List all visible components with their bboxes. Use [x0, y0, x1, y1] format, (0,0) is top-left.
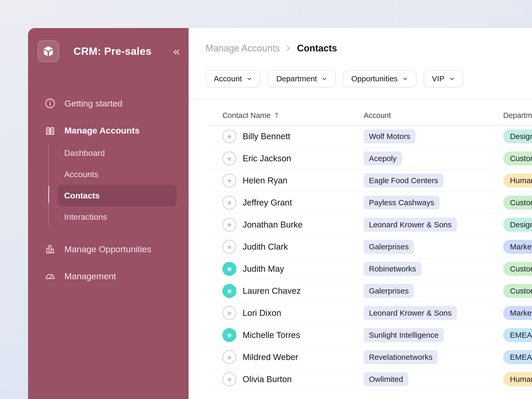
department-chip: Customer: [503, 262, 532, 276]
sidebar-item-manage-opportunities[interactable]: Manage Opportunities: [28, 238, 189, 260]
sidebar-item-label: Manage Opportunities: [64, 244, 151, 254]
contact-name-cell: ★Eric Jackson: [222, 151, 364, 165]
contact-name-cell: ★Jeffrey Grant: [222, 196, 364, 210]
department-chip: EMEA ope: [503, 328, 532, 342]
sidebar-nav: Getting started Manage Accounts: [28, 92, 189, 287]
department-chip: Human res: [503, 372, 532, 386]
contact-name-cell: ★Lori Dixon: [222, 306, 364, 320]
sidebar-item-accounts[interactable]: Accounts: [58, 164, 177, 185]
account-cell: Acepoly: [364, 151, 503, 165]
contact-name-cell: ★Billy Bennett: [222, 129, 364, 143]
contact-name: Judith Clark: [243, 242, 288, 252]
department-cell: Design: [503, 129, 532, 143]
filter-vip-button[interactable]: VIP: [424, 70, 463, 87]
contact-name: Jonathan Burke: [243, 220, 303, 230]
table-row[interactable]: ★Billy BennettWolf MotorsDesign: [209, 125, 532, 148]
table-row[interactable]: ★Mildred WeberRevelationetworksEMEA ope: [209, 346, 532, 368]
contact-name: Eric Jackson: [243, 154, 291, 163]
table-row[interactable]: ★Lori DixonLeonard Krower & SonsMarketin…: [209, 302, 532, 324]
star-icon[interactable]: ★: [222, 306, 236, 320]
account-cell: Galerprises: [364, 284, 503, 298]
column-header-label: Department: [503, 111, 532, 120]
contact-name: Helen Ryan: [243, 176, 287, 185]
contact-name-cell: ★Michelle Torres: [222, 328, 364, 342]
star-icon[interactable]: ★: [222, 240, 236, 254]
star-icon[interactable]: ★: [222, 350, 236, 364]
vip-star-icon[interactable]: ★: [222, 284, 236, 298]
table-row[interactable]: ★Jonathan BurkeLeonard Krower & SonsDesi…: [209, 214, 532, 236]
sidebar-item-manage-accounts[interactable]: Manage Accounts: [28, 119, 189, 141]
sidebar-item-getting-started[interactable]: Getting started: [28, 92, 189, 114]
table-row[interactable]: ★Judith ClarkGalerprisesMarketing: [209, 236, 532, 258]
column-header-account[interactable]: Account: [364, 111, 503, 120]
department-cell: Design: [503, 218, 532, 232]
bar-chart-icon: [44, 243, 56, 255]
contact-name: Lauren Chavez: [243, 286, 301, 296]
table-row[interactable]: ★Helen RyanEagle Food CentersHuman res: [209, 170, 532, 192]
chevron-down-icon: [246, 76, 252, 82]
contact-name-cell: ★Olivia Burton: [222, 372, 364, 386]
account-cell: Leonard Krower & Sons: [364, 306, 503, 320]
sidebar: CRM: Pre-sales « Getting started: [28, 28, 189, 399]
filter-opportunities-button[interactable]: Opportunities: [343, 70, 416, 87]
table-row[interactable]: ★Jeffrey GrantPayless CashwaysCustomer: [209, 192, 532, 214]
app-logo: [38, 41, 59, 62]
sidebar-item-contacts[interactable]: Contacts: [58, 185, 177, 206]
sidebar-item-interactions[interactable]: Interactions: [58, 206, 177, 228]
vip-star-icon[interactable]: ★: [222, 262, 236, 276]
column-header-contact-name[interactable]: Contact Name ↑: [222, 111, 364, 120]
account-chip: Galerprises: [364, 284, 414, 298]
star-icon[interactable]: ★: [222, 372, 236, 386]
department-chip: Marketing: [503, 240, 532, 254]
breadcrumb-parent-link[interactable]: Manage Accounts: [205, 43, 280, 54]
table-body: ★Billy BennettWolf MotorsDesign★Eric Jac…: [209, 125, 532, 390]
filter-department-button[interactable]: Department: [268, 70, 336, 87]
chevron-right-icon: [285, 44, 291, 53]
table-row[interactable]: ★Michelle TorresSunlight IntelligenceEME…: [209, 324, 532, 346]
account-chip: Revelationetworks: [364, 350, 438, 364]
column-header-label: Contact Name: [222, 111, 270, 120]
column-header-label: Account: [364, 111, 391, 120]
filter-label: Department: [276, 74, 317, 83]
star-icon[interactable]: ★: [222, 151, 236, 165]
account-cell: Wolf Motors: [364, 129, 503, 143]
sidebar-item-label: Getting started: [64, 98, 122, 109]
account-chip: Leonard Krower & Sons: [364, 218, 457, 232]
account-chip: Owlimited: [364, 372, 408, 386]
star-icon[interactable]: ★: [222, 218, 236, 232]
department-chip: Human res: [503, 174, 532, 188]
table-row[interactable]: ★Judith MayRobinetworksCustomer: [209, 258, 532, 280]
filter-account-button[interactable]: Account: [205, 70, 261, 87]
department-cell: EMEA ope: [503, 328, 532, 342]
table-row[interactable]: ★Eric JacksonAcepolyCustomer: [209, 148, 532, 170]
department-chip: EMEA ope: [503, 350, 532, 364]
star-icon[interactable]: ★: [222, 174, 236, 188]
account-chip: Sunlight Intelligence: [364, 328, 444, 342]
vip-star-icon[interactable]: ★: [222, 328, 236, 342]
filter-bar: Account Department Opportunities: [205, 70, 532, 87]
department-cell: Human res: [503, 174, 532, 188]
department-chip: Customer: [503, 151, 532, 165]
account-chip: Acepoly: [364, 151, 402, 165]
account-chip: Leonard Krower & Sons: [364, 306, 457, 320]
sidebar-item-management[interactable]: Management: [28, 265, 189, 287]
info-icon: [44, 97, 56, 109]
department-cell: Customer: [503, 262, 532, 276]
contact-name-cell: ★Judith Clark: [222, 240, 364, 254]
column-header-department[interactable]: Department: [503, 111, 532, 120]
app-title: CRM: Pre-sales: [74, 45, 172, 57]
star-icon[interactable]: ★: [222, 129, 236, 143]
contact-name-cell: ★Lauren Chavez: [222, 284, 364, 298]
sidebar-collapse-button[interactable]: «: [172, 45, 181, 57]
sidebar-sublist-manage-accounts: Dashboard Accounts Contacts Interactions: [28, 142, 189, 228]
star-icon[interactable]: ★: [222, 196, 236, 210]
contact-name: Billy Bennett: [243, 131, 290, 141]
account-chip: Wolf Motors: [364, 129, 415, 143]
contact-name-cell: ★Judith May: [222, 262, 364, 276]
table-row[interactable]: ★Olivia BurtonOwlimitedHuman res: [209, 368, 532, 390]
sidebar-item-dashboard[interactable]: Dashboard: [58, 142, 177, 164]
account-cell: Revelationetworks: [364, 350, 503, 364]
sidebar-header: CRM: Pre-sales «: [38, 41, 181, 62]
filter-label: Opportunities: [351, 74, 397, 83]
table-row[interactable]: ★Lauren ChavezGalerprisesCustomer: [209, 280, 532, 302]
